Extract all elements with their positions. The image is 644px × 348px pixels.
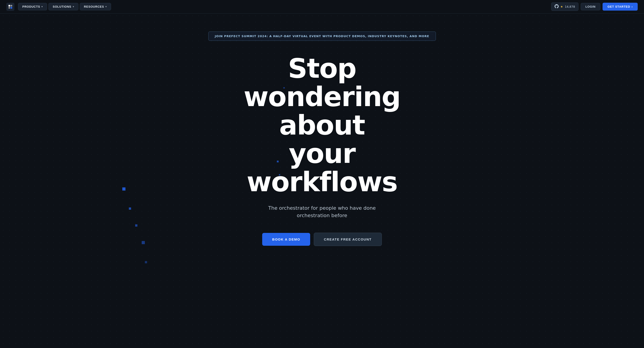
book-demo-button[interactable]: BOOK A DEMO — [262, 233, 310, 246]
create-account-button[interactable]: CREATE FREE ACCOUNT — [314, 233, 382, 246]
svg-rect-1 — [10, 5, 12, 6]
svg-rect-2 — [8, 7, 10, 8]
hero-subtext: The orchestrator for people who have don… — [259, 204, 385, 219]
svg-rect-3 — [10, 7, 12, 8]
github-icon — [554, 4, 559, 9]
solutions-menu-button[interactable]: SOLUTIONS ▾ — [48, 3, 78, 10]
github-stars: 14,878 — [565, 5, 575, 8]
nav-right: ★ 14,878 LOGIN GET STARTED › — [551, 2, 638, 11]
hero-heading-line2: your workflows — [247, 138, 397, 198]
hero-heading: Stop wondering about your workflows — [221, 54, 424, 196]
resources-menu-button[interactable]: RESOURCES ▾ — [80, 3, 111, 10]
products-label: PRODUCTS — [22, 5, 40, 8]
solutions-label: SOLUTIONS — [53, 5, 72, 8]
get-started-label: GET STARTED — [608, 5, 630, 8]
logo[interactable] — [6, 3, 14, 11]
solutions-chevron-icon: ▾ — [73, 6, 74, 8]
hero-section: JOIN PREFECT SUMMIT 2024: A HALF-DAY VIR… — [0, 14, 644, 348]
summit-banner[interactable]: JOIN PREFECT SUMMIT 2024: A HALF-DAY VIR… — [208, 32, 436, 41]
hero-heading-line1: Stop wondering about — [244, 53, 400, 141]
nav-left: PRODUCTS ▾ SOLUTIONS ▾ RESOURCES ▾ — [6, 3, 111, 11]
get-started-button[interactable]: GET STARTED › — [602, 3, 638, 10]
products-chevron-icon: ▾ — [42, 6, 43, 8]
cta-group: BOOK A DEMO CREATE FREE ACCOUNT — [262, 233, 382, 246]
resources-label: RESOURCES — [84, 5, 104, 8]
login-button[interactable]: LOGIN — [581, 3, 600, 10]
svg-rect-0 — [8, 5, 10, 6]
navbar: PRODUCTS ▾ SOLUTIONS ▾ RESOURCES ▾ ★ 14,… — [0, 0, 644, 14]
star-icon: ★ — [560, 5, 563, 8]
github-badge[interactable]: ★ 14,878 — [551, 2, 578, 11]
products-menu-button[interactable]: PRODUCTS ▾ — [18, 3, 47, 10]
get-started-arrow-icon: › — [632, 5, 633, 8]
resources-chevron-icon: ▾ — [106, 6, 107, 8]
